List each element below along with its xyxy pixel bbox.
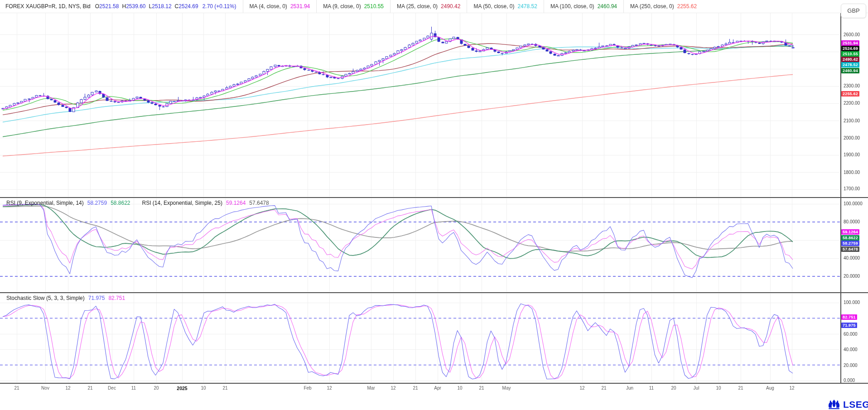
time-axis-label: Feb — [304, 386, 311, 391]
legend-item: 2524.69 — [178, 0, 198, 13]
time-axis-label: 2025 — [177, 386, 187, 391]
stoch-badge: 71.975 — [841, 323, 857, 328]
stoch-axis-tick: 0.000 — [844, 378, 855, 383]
price-axis-tick: 1800.00 — [844, 170, 860, 175]
chart-application: { "currency_button": {"label": "GBP"}, "… — [0, 0, 868, 410]
rsi9-legend[interactable]: RSI (9, Exponential, Simple, 14) — [6, 200, 84, 206]
price-badge: 2478.52 — [841, 62, 859, 68]
rsi-badge: 58.8622 — [841, 235, 859, 241]
legend-item: 2490.42 — [441, 0, 460, 13]
legend-item: 2255.62 — [677, 0, 697, 13]
legend-item: 2539.60 — [126, 0, 145, 13]
rsi-badge: 57.6478 — [841, 246, 859, 252]
price-badge: 2531.94 — [841, 40, 859, 46]
currency-button[interactable]: GBP — [841, 4, 866, 18]
price-axis-tick: 2300.00 — [844, 83, 860, 88]
legend-item: C — [175, 0, 179, 13]
lseg-logo: LSEG — [827, 399, 868, 410]
price-axis-tick: 1700.00 — [844, 186, 860, 191]
rsi-axis-tick: 20.0000 — [844, 274, 860, 279]
rsi-axis-tick: 100.0000 — [844, 201, 863, 206]
stoch-axis-tick: 20.000 — [844, 363, 858, 368]
legend-item: 2521.58 — [99, 0, 119, 13]
stoch-badge: 82.751 — [841, 314, 857, 320]
legend-item: 2478.52 — [518, 0, 537, 13]
legend-item: 58.8622 — [111, 200, 130, 206]
price-axis-tick: 2100.00 — [844, 118, 860, 123]
price-badge: 2510.55 — [841, 51, 859, 57]
time-axis-label: 12 — [65, 386, 70, 391]
legend-item: 82.751 — [108, 295, 125, 301]
legend-item: 2510.55 — [364, 0, 384, 13]
time-axis-label: Nov — [41, 386, 49, 391]
ma9-legend[interactable]: MA (9, close, 0) — [316, 0, 361, 13]
price-badge: 2460.94 — [841, 68, 859, 73]
time-axis-label: Mar — [367, 386, 375, 391]
legend-item: 2460.94 — [598, 0, 617, 13]
legend-item: 71.975 — [88, 295, 105, 301]
time-axis-label: Dec — [108, 386, 116, 391]
rsi14-legend[interactable]: RSI (14, Exponential, Simple, 25) — [142, 200, 222, 206]
rsi-badge: 59.1264 — [841, 229, 859, 235]
time-axis-label: 11 — [131, 386, 136, 391]
time-axis-label: 21 — [87, 386, 92, 391]
instrument-label[interactable]: FOREX XAUGBP=R, 1D, NYS, Bid — [5, 0, 91, 13]
legend-item: 57.6478 — [249, 200, 269, 206]
stoch-axis-tick: 60.000 — [844, 332, 858, 337]
price-badge: 2490.42 — [841, 57, 859, 62]
rsi-axis-tick: 40.0000 — [844, 256, 860, 260]
price-badge: 2255.62 — [841, 91, 859, 96]
legend-item: 2531.94 — [290, 0, 310, 13]
legend-item: 2518.12 — [152, 0, 171, 13]
legend-item: O — [95, 0, 99, 13]
time-axis-label: 20 — [671, 386, 676, 391]
stoch-axis-tick: 40.000 — [844, 347, 858, 352]
lseg-crest-icon — [827, 399, 841, 410]
time-axis-label: 12 — [579, 386, 584, 391]
time-axis-label: Jul — [694, 386, 699, 391]
stoch-legend[interactable]: Stochastic Slow (5, 3, 3, Simple) — [6, 295, 85, 301]
chart-legend: FOREX XAUGBP=R, 1D, NYS, BidO2521.58H253… — [5, 0, 697, 13]
time-axis-label: 10 — [457, 386, 462, 391]
legend-item: L — [149, 0, 152, 13]
ma250-legend[interactable]: MA (250, close, 0) — [623, 0, 674, 13]
rsi-axis-tick: 80.0000 — [844, 219, 860, 224]
time-axis-label: 21 — [479, 386, 484, 391]
price-badge: 2524.69 — [841, 46, 859, 51]
time-axis-label: 12 — [391, 386, 395, 391]
time-axis-label: 21 — [222, 386, 227, 391]
time-axis-label: 21 — [14, 386, 19, 391]
time-axis-label: May — [502, 386, 511, 391]
ma25-legend[interactable]: MA (25, close, 0) — [390, 0, 438, 13]
time-axis-label: Aug — [766, 386, 774, 391]
ma4-legend[interactable]: MA (4, close, 0) — [243, 0, 287, 13]
time-axis-label: 20 — [154, 386, 159, 391]
time-axis-label: 10 — [716, 386, 721, 391]
rsi-badge: 58.2759 — [841, 241, 859, 246]
ma50-legend[interactable]: MA (50, close, 0) — [467, 0, 514, 13]
legend-item: 58.2759 — [87, 200, 107, 206]
legend-item: H — [122, 0, 126, 13]
lseg-logo-text: LSEG — [843, 399, 868, 410]
time-axis-label: Apr — [434, 386, 441, 391]
price-axis-tick: 1900.00 — [844, 152, 860, 157]
time-axis-label: 10 — [201, 386, 206, 391]
time-axis-label: 12 — [789, 386, 794, 391]
legend-item: 59.1264 — [226, 200, 246, 206]
stoch-axis-tick: 100.000 — [844, 300, 860, 305]
time-axis-label: Jun — [626, 386, 633, 391]
stoch-pane-legend: Stochastic Slow (5, 3, 3, Simple)71.9758… — [6, 295, 125, 301]
time-axis-label: 21 — [738, 386, 743, 391]
legend-item: 2.70 (+0.11%) — [203, 0, 236, 13]
price-axis-tick: 2600.00 — [844, 32, 860, 37]
price-axis-tick: 2200.00 — [844, 101, 860, 106]
time-axis-label: 21 — [601, 386, 606, 391]
price-axis-tick: 2000.00 — [844, 135, 860, 140]
time-axis-label: 12 — [327, 386, 332, 391]
ma100-legend[interactable]: MA (100, close, 0) — [544, 0, 594, 13]
time-axis-label: 11 — [649, 386, 654, 391]
time-axis-label: 21 — [413, 386, 418, 391]
rsi-pane-legend: RSI (9, Exponential, Simple, 14)58.27595… — [6, 200, 269, 206]
